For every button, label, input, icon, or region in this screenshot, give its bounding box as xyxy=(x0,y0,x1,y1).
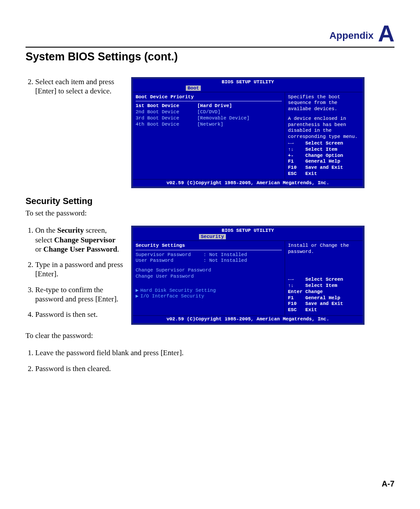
bios-help-pane: Install or Change the password. ←→ Selec… xyxy=(284,241,363,315)
step-b1: On the Security screen, select Change Su… xyxy=(35,226,123,254)
bios-item-val: [CD/DVD] xyxy=(197,109,221,115)
bios-item-key: 3rd Boot Device xyxy=(136,115,197,122)
bios-keys: ←→ Select Screen ↑↓ Select Item Enter Ch… xyxy=(288,277,360,313)
bios-item-val: : Not Installed xyxy=(203,258,247,264)
bios-help-text: Specifies the boot sequence from the ava… xyxy=(288,94,360,112)
bold: Security xyxy=(57,226,84,234)
page-number: A-7 xyxy=(382,479,394,489)
bios-item-val: [Removable Device] xyxy=(197,115,250,122)
bios-item-key: 4th Boot Device xyxy=(136,122,197,128)
bios-body: Security Settings Supervisor Password: N… xyxy=(133,240,363,316)
bios-title: BIOS SETUP UTILITY xyxy=(133,79,363,85)
header-rule xyxy=(26,47,394,48)
bios-item: User Password: Not Installed xyxy=(136,258,282,264)
bios-tabs: Boot xyxy=(133,85,363,92)
bios-item: 2nd Boot Device[CD/DVD] xyxy=(136,109,282,115)
bios-help-pane: Specifies the boot sequence from the ava… xyxy=(284,93,363,179)
bios-item: 3rd Boot Device[Removable Device] xyxy=(136,115,282,122)
bios-item: Change Supervisor Password xyxy=(136,268,282,274)
bios-submenu: ▶Hard Disk Security Setting xyxy=(136,288,282,294)
bios-security-screen: BIOS SETUP UTILITY Security Security Set… xyxy=(131,226,365,324)
bios-help-text: A device enclosed in parenthesis has bee… xyxy=(288,116,360,140)
bios-item-key: User Password xyxy=(136,258,203,264)
bios-item-val: : Not Installed xyxy=(203,252,247,258)
bios-main: Boot Device Priority 1st Boot Device[Har… xyxy=(133,93,284,179)
step-b2: Type in a password and press [Enter]. xyxy=(35,260,123,279)
bios-help-text: Install or Change the password. xyxy=(288,243,360,255)
bios-tab-boot: Boot xyxy=(186,85,201,91)
triangle-icon: ▶ xyxy=(136,294,139,299)
bios-item: 1st Boot Device[Hard Drive] xyxy=(136,103,282,109)
step-b3: Re-type to confirm the password and pres… xyxy=(35,285,123,304)
step-a: Select each item and press [Enter] to se… xyxy=(35,77,123,96)
bios-main: Security Settings Supervisor Password: N… xyxy=(133,241,284,315)
bios-boot-screen: BIOS SETUP UTILITY Boot Boot Device Prio… xyxy=(131,77,365,188)
bold: Change User Password xyxy=(43,245,117,253)
step-list-c: Leave the password field blank and press… xyxy=(26,348,394,374)
bios-tabs: Security xyxy=(133,234,363,240)
bios-section-heading: Boot Device Priority xyxy=(136,94,282,100)
appendix-letter: A xyxy=(378,22,394,45)
bios-keys: ←→ Select Screen ↑↓ Select Item +- Chang… xyxy=(288,141,360,177)
page-title: System BIOS Settings (cont.) xyxy=(26,50,394,63)
bios-section-heading: Security Settings xyxy=(136,243,282,249)
bios-footer: v02.59 (C)Copyright 1985-2005, American … xyxy=(133,316,363,323)
bios-submenu: ▶I/O Interface Security xyxy=(136,294,282,300)
step-b4: Password is then set. xyxy=(35,310,123,319)
bios-body: Boot Device Priority 1st Boot Device[Har… xyxy=(133,92,363,180)
step-list-a: Select each item and press [Enter] to se… xyxy=(26,77,123,102)
security-setting-title: Security Setting xyxy=(26,196,394,206)
clear-intro: To clear the password: xyxy=(26,331,394,340)
step-list-b: On the Security screen, select Change Su… xyxy=(26,226,123,325)
bold: Change Supervisor xyxy=(54,236,115,244)
step-c1: Leave the password field blank and press… xyxy=(35,348,394,358)
content-row-2: On the Security screen, select Change Su… xyxy=(26,226,394,325)
bios-item-val: [Hard Drive] xyxy=(197,103,232,109)
bios-item-key: 2nd Boot Device xyxy=(136,109,197,115)
bios-footer: v02.59 (C)Copyright 1985-2005, American … xyxy=(133,180,363,187)
bios-item-key: 1st Boot Device xyxy=(136,103,197,109)
step-c2: Password is then cleared. xyxy=(35,364,394,374)
text: or xyxy=(35,245,43,253)
bios-submenu-label: I/O Interface Security xyxy=(140,294,204,299)
bios-item-val: [Network] xyxy=(197,122,223,128)
bios-item: Change User Password xyxy=(136,274,282,280)
content-row-1: Select each item and press [Enter] to se… xyxy=(26,77,394,188)
security-intro: To set the password: xyxy=(26,209,394,218)
bios-submenu-label: Hard Disk Security Setting xyxy=(140,288,216,293)
appendix-word: Appendix xyxy=(329,31,373,41)
text: On the xyxy=(35,226,57,234)
page: Appendix A System BIOS Settings (cont.) … xyxy=(0,0,420,509)
bios-item-key: Supervisor Password xyxy=(136,252,203,258)
text: . xyxy=(117,245,119,253)
bios-tab-security: Security xyxy=(199,234,226,239)
appendix-header: Appendix A xyxy=(26,22,394,45)
triangle-icon: ▶ xyxy=(136,288,139,293)
bios-item: 4th Boot Device[Network] xyxy=(136,122,282,128)
bios-item: Supervisor Password: Not Installed xyxy=(136,252,282,258)
bios-title: BIOS SETUP UTILITY xyxy=(133,227,363,234)
